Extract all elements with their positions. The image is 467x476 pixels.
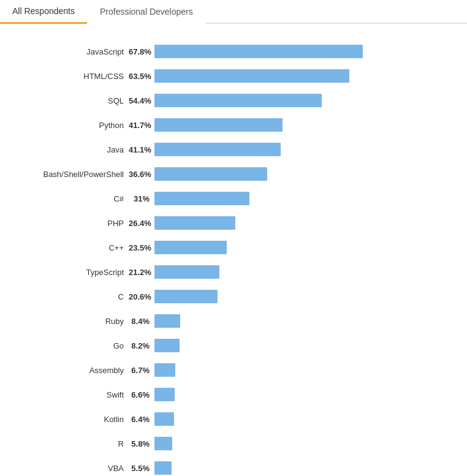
chart-row: Assembly6.7% (6, 361, 455, 379)
language-label: Python (6, 121, 129, 130)
chart-row: Java41.1% (6, 140, 455, 159)
bar (154, 167, 267, 181)
bar (154, 241, 227, 254)
bar (154, 192, 249, 205)
bar-track (154, 314, 455, 328)
bar-track (154, 265, 455, 279)
bar-track (154, 437, 455, 450)
percent-value: 26.4% (129, 219, 154, 228)
chart-row: HTML/CSS63.5% (6, 67, 455, 85)
percent-value: 5.8% (129, 439, 154, 448)
chart-row: SQL54.4% (6, 91, 455, 110)
language-label: C (6, 292, 129, 301)
bar-track (154, 388, 455, 401)
bar-track (154, 94, 455, 107)
language-label: TypeScript (6, 268, 129, 277)
bar-track (154, 69, 455, 83)
bar-track (154, 143, 455, 156)
percent-value: 36.6% (129, 170, 154, 179)
bar (154, 412, 174, 426)
language-label: Go (6, 341, 129, 350)
language-label: Java (6, 145, 129, 154)
bar (154, 94, 322, 107)
bar-track (154, 45, 455, 58)
language-label: C# (6, 194, 129, 203)
percent-value: 63.5% (129, 72, 154, 81)
percent-value: 41.7% (129, 121, 154, 130)
language-label: C++ (6, 243, 129, 252)
bar-track (154, 118, 455, 132)
chart-row: Ruby8.4% (6, 312, 455, 330)
language-label: PHP (6, 219, 129, 228)
percent-value: 6.4% (129, 415, 154, 424)
chart-row: Kotlin6.4% (6, 410, 455, 428)
bar (154, 290, 218, 303)
bar (154, 437, 172, 450)
bar (154, 69, 349, 83)
percent-value: 6.6% (129, 390, 154, 399)
chart-container: JavaScript67.8%HTML/CSS63.5%SQL54.4%Pyth… (0, 36, 467, 476)
percent-value: 31% (129, 194, 154, 203)
chart-row: Go8.2% (6, 336, 455, 355)
chart-row: C++23.5% (6, 238, 455, 257)
bar (154, 118, 283, 132)
bar-track (154, 216, 455, 230)
bar-track (154, 290, 455, 303)
language-label: R (6, 439, 129, 448)
language-label: Swift (6, 390, 129, 399)
bar-track (154, 363, 455, 377)
tabs-container: All Respondents Professional Developers (0, 0, 467, 24)
percent-value: 20.6% (129, 292, 154, 301)
tab-pro-label: Professional Developers (100, 7, 193, 17)
bar (154, 314, 180, 328)
percent-value: 41.1% (129, 145, 154, 154)
chart-row: C20.6% (6, 287, 455, 306)
percent-value: 6.7% (129, 366, 154, 375)
language-label: Assembly (6, 366, 129, 375)
language-label: HTML/CSS (6, 72, 129, 81)
language-label: VBA (6, 464, 129, 473)
bar (154, 265, 219, 279)
bar-track (154, 339, 455, 352)
language-label: JavaScript (6, 47, 129, 56)
bar-track (154, 412, 455, 426)
bar-track (154, 167, 455, 181)
bar (154, 363, 175, 377)
language-label: SQL (6, 96, 129, 105)
language-label: Kotlin (6, 415, 129, 424)
bar (154, 216, 235, 230)
bar (154, 143, 281, 156)
bar-track (154, 461, 455, 475)
chart-row: PHP26.4% (6, 214, 455, 232)
percent-value: 21.2% (129, 268, 154, 277)
chart-row: TypeScript21.2% (6, 263, 455, 281)
chart-row: Python41.7% (6, 116, 455, 134)
tab-bar: All Respondents Professional Developers (0, 0, 467, 24)
bar (154, 45, 363, 58)
percent-value: 54.4% (129, 96, 154, 105)
tab-all-label: All Respondents (12, 6, 75, 16)
percent-value: 8.2% (129, 341, 154, 350)
tab-all-respondents[interactable]: All Respondents (0, 0, 87, 24)
bar (154, 388, 175, 401)
bar (154, 339, 180, 352)
chart-row: Swift6.6% (6, 385, 455, 404)
chart-row: JavaScript67.8% (6, 42, 455, 61)
bar (154, 461, 172, 475)
tab-professional-developers[interactable]: Professional Developers (87, 0, 206, 24)
bar-track (154, 241, 455, 254)
chart-row: Bash/Shell/PowerShell36.6% (6, 165, 455, 183)
chart-row: R5.8% (6, 434, 455, 453)
percent-value: 5.5% (129, 464, 154, 473)
percent-value: 23.5% (129, 243, 154, 252)
chart-row: C#31% (6, 189, 455, 208)
percent-value: 67.8% (129, 47, 154, 56)
language-label: Ruby (6, 317, 129, 326)
bar-track (154, 192, 455, 205)
percent-value: 8.4% (129, 317, 154, 326)
language-label: Bash/Shell/PowerShell (6, 170, 129, 179)
chart-row: VBA5.5% (6, 459, 455, 476)
